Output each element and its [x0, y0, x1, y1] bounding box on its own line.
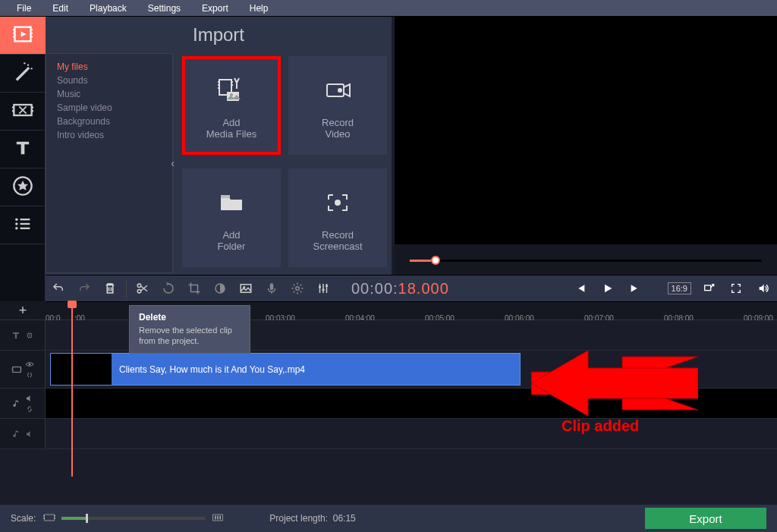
track-header-titles[interactable]: [0, 320, 46, 350]
svg-point-33: [338, 88, 342, 93]
tool-filters[interactable]: [0, 55, 46, 93]
svg-point-8: [27, 64, 29, 65]
svg-rect-44: [322, 289, 325, 291]
svg-rect-2: [13, 29, 14, 30]
svg-point-35: [335, 200, 341, 206]
playhead[interactable]: [71, 302, 73, 477]
track-header-video[interactable]: [0, 351, 46, 388]
tile-record-screencast[interactable]: RecordScreencast: [288, 168, 387, 267]
svg-point-9: [31, 68, 33, 69]
timecode-display: 00:00:18.000: [351, 279, 449, 297]
detach-button[interactable]: [697, 277, 720, 300]
equalizer-button[interactable]: [312, 277, 335, 300]
menu-playback[interactable]: Playback: [79, 3, 137, 14]
svg-rect-49: [11, 370, 12, 370]
category-sounds[interactable]: Sounds: [57, 74, 172, 87]
track-header-audio[interactable]: [0, 419, 46, 449]
prev-button[interactable]: [569, 277, 592, 300]
category-intro-videos[interactable]: Intro videos: [57, 128, 172, 142]
category-music[interactable]: Music: [57, 87, 172, 101]
tool-import[interactable]: [0, 17, 46, 55]
menu-export[interactable]: Export: [191, 3, 239, 14]
delete-tooltip: Delete Remove the selected clip from the…: [129, 305, 250, 354]
svg-rect-46: [705, 285, 711, 291]
svg-rect-28: [231, 81, 233, 83]
menu-edit[interactable]: Edit: [42, 3, 79, 14]
play-button[interactable]: [596, 277, 619, 300]
svg-point-22: [15, 227, 18, 230]
svg-point-42: [296, 287, 300, 291]
volume-button[interactable]: [752, 277, 775, 300]
rotate-button[interactable]: [157, 277, 180, 300]
svg-rect-21: [20, 222, 30, 224]
tile-record-video[interactable]: RecordVideo: [288, 56, 387, 155]
screencast-icon: [322, 184, 353, 222]
svg-rect-48: [11, 367, 12, 368]
svg-rect-60: [55, 518, 56, 519]
import-icon: [12, 24, 33, 48]
redo-button[interactable]: [73, 277, 96, 300]
import-title: Import: [46, 17, 392, 53]
tool-sidebar: [0, 17, 46, 301]
tool-stickers[interactable]: [0, 168, 46, 206]
settings-button[interactable]: [286, 277, 309, 300]
scale-out-icon[interactable]: [43, 512, 55, 525]
tile-add-folder[interactable]: AddFolder: [182, 168, 281, 267]
tile-label: AddMedia Files: [206, 117, 256, 140]
video-clip[interactable]: Clients Say, How much is it And You Say,…: [50, 353, 521, 386]
aspect-ratio-button[interactable]: 16:9: [668, 282, 691, 294]
tool-more[interactable]: [0, 206, 46, 244]
category-backgrounds[interactable]: Backgrounds: [57, 115, 172, 128]
preview-video[interactable]: [395, 17, 777, 244]
svg-rect-26: [218, 84, 219, 86]
svg-rect-63: [218, 516, 219, 520]
scale-thumb[interactable]: [86, 514, 88, 523]
image-button[interactable]: [234, 277, 257, 300]
menu-file[interactable]: File: [6, 3, 42, 14]
undo-button[interactable]: [47, 277, 70, 300]
tile-label: RecordVideo: [322, 117, 354, 140]
category-my-files[interactable]: My files: [57, 60, 172, 74]
preview-slider[interactable]: [395, 244, 777, 267]
svg-rect-58: [43, 518, 45, 519]
tool-titles[interactable]: [0, 131, 46, 168]
svg-rect-19: [20, 219, 30, 220]
delete-button[interactable]: [99, 277, 121, 300]
svg-rect-41: [270, 283, 274, 290]
svg-rect-14: [32, 106, 33, 108]
import-panel: Import My files Sounds Music Sample vide…: [46, 17, 392, 275]
track-header-linked-audio[interactable]: [0, 389, 46, 418]
text-icon: [12, 137, 33, 162]
track-titles: [0, 320, 777, 351]
svg-point-10: [24, 62, 25, 64]
svg-point-37: [137, 290, 141, 294]
scale-in-icon[interactable]: [212, 512, 224, 525]
crop-button[interactable]: [183, 277, 206, 300]
svg-rect-13: [12, 110, 14, 112]
svg-point-52: [28, 363, 30, 365]
tile-add-media-files[interactable]: AddMedia Files: [182, 56, 281, 155]
fullscreen-button[interactable]: [725, 277, 747, 300]
collapse-handle-icon[interactable]: ‹: [171, 157, 175, 169]
timeline-ruler[interactable]: + 00:0 :00 00:03:00 00:04:00 00:05:00 00…: [0, 302, 777, 320]
export-button[interactable]: Export: [645, 508, 766, 529]
next-button[interactable]: [624, 277, 646, 300]
scale-slider[interactable]: [61, 517, 206, 520]
menubar: File Edit Playback Settings Export Help: [0, 0, 777, 17]
menu-help[interactable]: Help: [239, 3, 279, 14]
color-button[interactable]: [209, 277, 231, 300]
slider-thumb[interactable]: [431, 256, 440, 265]
add-track-button[interactable]: +: [0, 302, 46, 320]
tile-label: RecordScreencast: [313, 229, 362, 252]
svg-point-18: [15, 218, 18, 221]
wand-icon: [12, 61, 33, 86]
clip-thumbnail: [51, 354, 112, 385]
category-sample-video[interactable]: Sample video: [57, 101, 172, 115]
folder-icon: [216, 184, 247, 222]
svg-rect-27: [218, 87, 219, 89]
split-button[interactable]: [131, 277, 154, 300]
tool-transitions[interactable]: [0, 93, 46, 131]
editor-toolbar: 00:00:18.000 16:9: [46, 275, 777, 302]
menu-settings[interactable]: Settings: [137, 3, 191, 14]
mic-button[interactable]: [260, 277, 283, 300]
